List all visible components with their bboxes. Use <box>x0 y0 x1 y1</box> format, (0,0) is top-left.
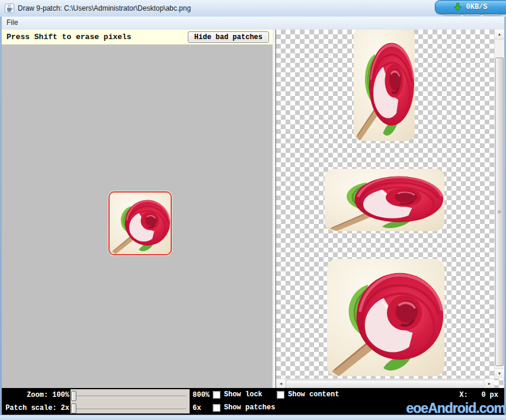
erase-hint-text: Press Shift to erase pixels <box>7 30 132 44</box>
thumb-grip-icon: ≡ <box>498 209 501 215</box>
patch-scale-slider-thumb[interactable] <box>71 403 76 413</box>
checkbox-icon[interactable] <box>213 404 220 412</box>
window-border-left <box>0 17 2 415</box>
download-speed-text: 0KB/S <box>466 3 487 11</box>
zoom-max-label: 800% <box>193 391 210 399</box>
show-patches-label: Show patches <box>224 403 275 412</box>
vertical-scrollbar[interactable]: ▲ ≡ ▼ <box>494 30 504 379</box>
download-arrow-icon <box>454 3 462 11</box>
zoom-slider-thumb[interactable] <box>71 391 76 401</box>
patch-scale-value: 2x <box>61 404 69 412</box>
zoom-slider-track[interactable] <box>74 396 186 396</box>
editor-canvas[interactable] <box>2 44 273 388</box>
preview-horizontal-stretch <box>325 169 444 231</box>
vertical-scrollbar-thumb[interactable]: ≡ <box>495 57 504 366</box>
preview-panel: ▲ ≡ ▼ ◄ ► <box>276 30 504 388</box>
patch-scale-label-group: Patch scale:2x <box>2 404 69 412</box>
slider-panel <box>71 389 190 413</box>
menu-bar: File <box>2 17 504 30</box>
window-title: Draw 9-patch: C:\Users\Administrator\Des… <box>18 0 191 17</box>
watermark-text: eoeAndroid.com <box>406 400 505 416</box>
horizontal-scrollbar-thumb[interactable] <box>286 380 485 388</box>
patch-scale-max-label: 6x <box>193 404 201 412</box>
zoom-label-group: Zoom:100% <box>2 391 69 399</box>
patch-scale-slider-track[interactable] <box>74 409 186 409</box>
info-bar: Press Shift to erase pixels Hide bad pat… <box>2 30 273 45</box>
scroll-up-icon[interactable]: ▲ <box>495 30 504 40</box>
zoom-value: 100% <box>52 391 69 399</box>
cursor-coordinates: X:0px <box>459 391 498 399</box>
preview-both-stretch <box>327 259 444 376</box>
scroll-right-icon[interactable]: ► <box>484 379 494 388</box>
x-unit: px <box>490 391 498 399</box>
show-lock-label: Show lock <box>224 390 262 399</box>
zoom-label: Zoom: <box>27 391 48 399</box>
preview-vertical-stretch <box>354 30 415 141</box>
show-content-checkbox[interactable]: Show content <box>277 390 339 399</box>
hide-bad-patches-button[interactable]: Hide bad patches <box>188 31 269 43</box>
checkbox-icon[interactable] <box>277 391 284 399</box>
show-patches-checkbox[interactable]: Show patches <box>213 403 275 412</box>
draw9patch-window: { "window": { "title": "Draw 9-patch: C:… <box>0 0 506 420</box>
patch-scale-label: Patch scale: <box>5 404 56 412</box>
patch-editor-image[interactable] <box>108 191 172 255</box>
x-value: 0 <box>468 391 486 399</box>
checkbox-icon[interactable] <box>213 391 220 399</box>
scroll-down-icon[interactable]: ▼ <box>495 368 504 379</box>
x-label: X: <box>459 391 467 399</box>
app-java-icon <box>5 4 14 13</box>
scroll-left-icon[interactable]: ◄ <box>276 379 286 388</box>
editor-panel: Press Shift to erase pixels Hide bad pat… <box>2 30 273 388</box>
download-speed-widget[interactable]: 0KB/S <box>435 0 506 14</box>
show-lock-checkbox[interactable]: Show lock <box>213 390 262 399</box>
horizontal-scrollbar[interactable]: ◄ ► <box>276 379 494 388</box>
title-bar[interactable]: Draw 9-patch: C:\Users\Administrator\Des… <box>0 0 506 17</box>
menu-file[interactable]: File <box>2 17 23 29</box>
show-content-label: Show content <box>288 390 339 399</box>
